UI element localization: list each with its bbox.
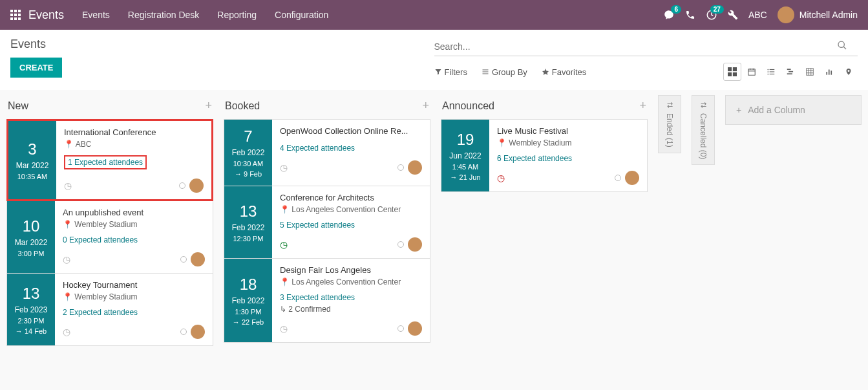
groupby-button[interactable]: Group By bbox=[482, 67, 527, 77]
pin-icon: 📍 bbox=[280, 205, 290, 214]
svg-rect-2 bbox=[18, 10, 21, 12]
event-card[interactable]: 19 Jun 2022 1:45 AM → 21 Jun Live Music … bbox=[441, 119, 648, 192]
clock-icon[interactable]: ◷ bbox=[63, 254, 70, 265]
pivot-view-icon[interactable] bbox=[801, 63, 819, 81]
event-card[interactable]: 10 Mar 2022 3:00 PM An unpublished event… bbox=[6, 201, 213, 274]
collapse-arrow-icon: ⇄ bbox=[701, 101, 706, 109]
assignee-avatar[interactable] bbox=[191, 252, 205, 266]
pin-icon: 📍 bbox=[64, 140, 74, 149]
apps-icon[interactable] bbox=[10, 10, 21, 20]
phone-icon[interactable] bbox=[685, 10, 695, 20]
priority-dot[interactable] bbox=[397, 325, 404, 332]
expected-attendees[interactable]: 2 Expected attendees bbox=[63, 308, 205, 317]
clock-icon[interactable]: ◷ bbox=[497, 173, 505, 183]
card-date: 13 Feb 2023 2:30 PM → 14 Feb bbox=[7, 274, 55, 345]
expected-attendees[interactable]: 5 Expected attendees bbox=[280, 221, 422, 230]
clock-icon[interactable]: ◷ bbox=[280, 323, 288, 334]
column-ended-collapsed[interactable]: ⇄ Ended (1) bbox=[658, 95, 681, 153]
svg-rect-6 bbox=[10, 17, 13, 20]
event-location: 📍 Wembley Stadium bbox=[63, 292, 205, 301]
priority-dot[interactable] bbox=[615, 175, 621, 181]
svg-point-27 bbox=[767, 74, 768, 75]
assignee-avatar[interactable] bbox=[408, 160, 422, 175]
event-card[interactable]: 18 Feb 2022 1:30 PM → 22 Feb Design Fair… bbox=[224, 259, 430, 343]
svg-point-23 bbox=[767, 69, 768, 70]
event-card[interactable]: 13 Feb 2023 2:30 PM → 14 Feb Hockey Tour… bbox=[6, 274, 213, 346]
column-cancelled-collapsed[interactable]: ⇄ Cancelled (0) bbox=[692, 95, 715, 165]
create-button[interactable]: CREATE bbox=[10, 58, 62, 78]
messages-icon[interactable]: 6 bbox=[663, 9, 675, 21]
priority-dot[interactable] bbox=[180, 256, 187, 263]
clock-icon[interactable]: ◷ bbox=[280, 162, 288, 173]
event-title: Design Fair Los Angeles bbox=[280, 265, 422, 275]
svg-rect-26 bbox=[770, 71, 775, 72]
column-new: New + 3 Mar 2022 10:35 AM International … bbox=[6, 95, 213, 346]
list-view-icon[interactable] bbox=[762, 63, 780, 81]
menu-configuration[interactable]: Configuration bbox=[275, 10, 328, 20]
svg-rect-13 bbox=[482, 72, 488, 72]
svg-rect-12 bbox=[482, 70, 488, 70]
assignee-avatar[interactable] bbox=[408, 237, 422, 252]
graph-view-icon[interactable] bbox=[820, 63, 838, 81]
expected-attendees[interactable]: 6 Expected attendees bbox=[497, 154, 639, 163]
activities-icon[interactable]: 27 bbox=[706, 9, 717, 21]
expected-attendees[interactable]: 4 Expected attendees bbox=[280, 144, 422, 153]
gantt-view-icon[interactable] bbox=[781, 63, 799, 81]
add-card-icon[interactable]: + bbox=[639, 99, 646, 113]
svg-rect-16 bbox=[733, 67, 737, 71]
user-short[interactable]: ABC bbox=[748, 10, 767, 20]
pin-icon: 📍 bbox=[63, 292, 72, 301]
clock-icon[interactable]: ◷ bbox=[63, 327, 70, 337]
event-card[interactable]: 13 Feb 2022 12:30 PM Conference for Arch… bbox=[224, 186, 430, 259]
priority-dot[interactable] bbox=[180, 329, 187, 335]
priority-dot[interactable] bbox=[179, 182, 185, 189]
menu-reporting[interactable]: Reporting bbox=[217, 10, 257, 20]
column-header[interactable]: Booked + bbox=[224, 95, 430, 119]
avatar-icon bbox=[778, 6, 794, 23]
map-view-icon[interactable] bbox=[840, 63, 858, 81]
menu-events[interactable]: Events bbox=[82, 10, 110, 20]
column-header[interactable]: New + bbox=[6, 95, 213, 119]
filters-button[interactable]: Filters bbox=[434, 67, 467, 77]
assignee-avatar[interactable] bbox=[408, 321, 422, 336]
priority-dot[interactable] bbox=[397, 241, 404, 248]
user-menu[interactable]: Mitchell Admin bbox=[778, 6, 858, 23]
expected-attendees[interactable]: 1 Expected attendees bbox=[64, 155, 147, 169]
add-card-icon[interactable]: + bbox=[205, 99, 212, 113]
pin-icon: 📍 bbox=[497, 138, 507, 147]
favorites-button[interactable]: Favorites bbox=[542, 67, 586, 77]
event-card[interactable]: 7 Feb 2022 10:30 AM → 9 Feb OpenWood Col… bbox=[224, 119, 430, 186]
column-booked: Booked + 7 Feb 2022 10:30 AM → 9 Feb Ope… bbox=[224, 95, 430, 343]
clock-icon[interactable]: ◷ bbox=[280, 239, 288, 250]
assignee-avatar[interactable] bbox=[191, 325, 205, 339]
menu-registration[interactable]: Registration Desk bbox=[128, 10, 200, 20]
svg-rect-4 bbox=[14, 14, 17, 16]
event-card[interactable]: 3 Mar 2022 10:35 AM International Confer… bbox=[6, 119, 213, 201]
collapsed-label: Cancelled (0) bbox=[699, 113, 708, 159]
priority-dot[interactable] bbox=[397, 164, 404, 171]
card-date: 19 Jun 2022 1:45 AM → 21 Jun bbox=[441, 120, 489, 191]
debug-icon[interactable] bbox=[728, 10, 738, 20]
event-location: 📍 Los Angeles Convention Center bbox=[280, 205, 422, 214]
expected-attendees[interactable]: 3 Expected attendees bbox=[280, 293, 422, 302]
calendar-view-icon[interactable] bbox=[743, 63, 761, 81]
kanban-view-icon[interactable] bbox=[723, 63, 741, 81]
add-column-button[interactable]: + Add a Column bbox=[725, 95, 862, 125]
add-card-icon[interactable]: + bbox=[422, 99, 429, 113]
svg-rect-17 bbox=[728, 72, 732, 76]
event-title: International Conference bbox=[64, 127, 204, 137]
svg-rect-28 bbox=[770, 74, 775, 74]
expected-attendees[interactable]: 0 Expected attendees bbox=[63, 235, 205, 244]
svg-rect-30 bbox=[789, 71, 793, 72]
app-title[interactable]: Events bbox=[28, 8, 64, 22]
svg-rect-14 bbox=[482, 74, 488, 74]
svg-rect-0 bbox=[10, 10, 13, 12]
confirmed-count[interactable]: ↳ 2 Confirmed bbox=[280, 305, 422, 314]
search-icon[interactable] bbox=[837, 40, 847, 50]
column-header[interactable]: Announced + bbox=[441, 95, 648, 119]
assignee-avatar[interactable] bbox=[189, 179, 204, 193]
clock-icon[interactable]: ◷ bbox=[64, 180, 72, 191]
event-location: 📍 ABC bbox=[64, 140, 204, 149]
assignee-avatar[interactable] bbox=[625, 171, 639, 185]
search-input[interactable] bbox=[434, 38, 858, 56]
